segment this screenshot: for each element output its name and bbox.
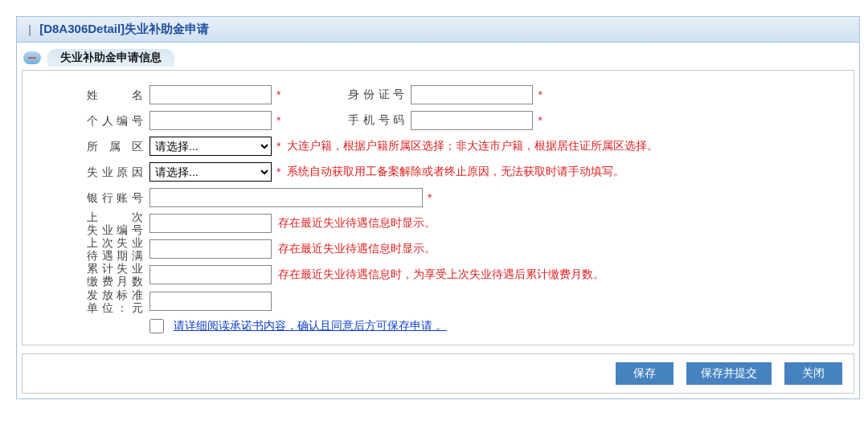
- title-bar: | [D8A306Detail]失业补助金申请: [17, 17, 859, 43]
- personal-no-label: 个人编号: [87, 114, 149, 127]
- section-title: 失业补助金申请信息: [47, 49, 174, 67]
- bank-label: 银行账号: [87, 191, 149, 204]
- required-star: *: [538, 114, 542, 127]
- minus-icon: [28, 57, 36, 59]
- close-button[interactable]: 关闭: [784, 362, 842, 385]
- pay-std-input: [149, 292, 272, 311]
- row-last-job-no: 上 次 失业编号 存在最近失业待遇信息时显示。: [87, 210, 837, 236]
- agreement-checkbox[interactable]: [149, 319, 164, 333]
- collapse-toggle[interactable]: [23, 51, 41, 64]
- phone-input[interactable]: [411, 111, 533, 130]
- last-job-no-input: [149, 214, 272, 233]
- title-bar-decor: |: [28, 22, 31, 36]
- save-button[interactable]: 保存: [616, 362, 674, 385]
- row-last-expire: 上次失业 待遇期满 存在最近失业待遇信息时显示。: [87, 236, 837, 262]
- button-bar: 保存 保存并提交 关闭: [22, 353, 854, 394]
- save-submit-button[interactable]: 保存并提交: [686, 362, 772, 385]
- agreement-link[interactable]: 请详细阅读承诺书内容，确认且同意后方可保存申请 。: [174, 319, 447, 333]
- row-agreement: 请详细阅读承诺书内容，确认且同意后方可保存申请 。: [87, 319, 837, 333]
- form-panel: 姓 名 * 身份证号 * 个人编号 * 手机号码 * 所 属 区: [22, 70, 854, 345]
- row-personal-phone: 个人编号 * 手机号码 *: [87, 108, 837, 133]
- row-reason: 失业原因 请选择... * 系统自动获取用工备案解除或者终止原因，无法获取时请手…: [87, 159, 837, 185]
- reason-label: 失业原因: [87, 165, 149, 178]
- section-outer: 失业补助金申请信息 姓 名 * 身份证号 * 个人编号 * 手机号码 *: [17, 43, 859, 394]
- name-label: 姓 名: [87, 88, 149, 101]
- idcard-label: 身份证号: [348, 88, 411, 102]
- reason-select[interactable]: 请选择...: [149, 162, 272, 182]
- row-pay-std: 发放标准 单位：元: [87, 288, 837, 314]
- total-months-input: [149, 265, 272, 284]
- required-star: *: [276, 165, 280, 178]
- idcard-input[interactable]: [411, 85, 533, 104]
- row-bank: 银行账号 *: [87, 185, 837, 210]
- district-label: 所 属 区: [87, 140, 149, 153]
- reason-hint: 系统自动获取用工备案解除或者终止原因，无法获取时请手动填写。: [287, 165, 624, 179]
- personal-no-input[interactable]: [149, 111, 272, 130]
- row-district: 所 属 区 请选择... * 大连户籍，根据户籍所属区选择；非大连市户籍，根据居…: [87, 133, 837, 159]
- name-input[interactable]: [149, 85, 272, 104]
- required-star: *: [538, 88, 542, 101]
- last-expire-label: 上次失业 待遇期满: [87, 236, 149, 262]
- last-expire-hint: 存在最近失业待遇信息时显示。: [278, 242, 436, 256]
- bank-input[interactable]: [149, 188, 423, 207]
- section-header: 失业补助金申请信息: [17, 49, 859, 67]
- pay-std-label: 发放标准 单位：元: [87, 288, 149, 314]
- required-star: *: [428, 191, 432, 204]
- total-months-hint: 存在最近失业待遇信息时，为享受上次失业待遇后累计缴费月数。: [278, 268, 604, 282]
- row-name-idcard: 姓 名 * 身份证号 *: [87, 82, 837, 108]
- phone-label: 手机号码: [348, 113, 411, 128]
- total-months-label: 累计失业 缴费月数: [87, 262, 149, 288]
- row-total-months: 累计失业 缴费月数 存在最近失业待遇信息时，为享受上次失业待遇后累计缴费月数。: [87, 262, 837, 288]
- page-title: [D8A306Detail]失业补助金申请: [39, 22, 209, 37]
- last-job-no-hint: 存在最近失业待遇信息时显示。: [278, 216, 436, 231]
- required-star: *: [276, 88, 280, 101]
- last-job-no-label: 上 次 失业编号: [87, 210, 149, 236]
- last-expire-input: [149, 239, 272, 259]
- page-frame: | [D8A306Detail]失业补助金申请 失业补助金申请信息 姓 名 * …: [16, 16, 860, 399]
- required-star: *: [276, 114, 280, 127]
- district-select[interactable]: 请选择...: [149, 137, 272, 156]
- required-star: *: [276, 140, 280, 153]
- district-hint: 大连户籍，根据户籍所属区选择；非大连市户籍，根据居住证所属区选择。: [287, 139, 658, 153]
